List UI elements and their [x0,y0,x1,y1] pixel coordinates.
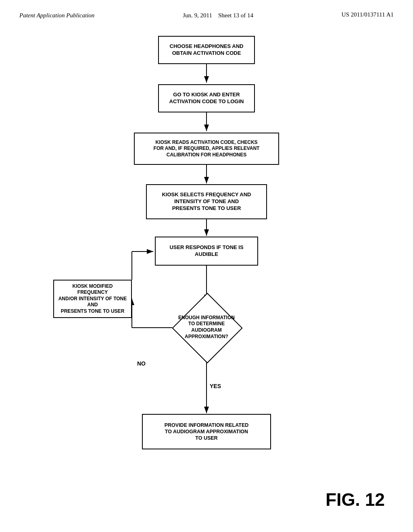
diamond-enough-info: ENOUGH INFORMATIONTO DETERMINE AUDIOGRAM… [172,301,241,354]
yes-label: YES [210,383,221,389]
flowchart-diagram: YES NO CHOOSE HEADPHONES AND OBTAIN ACTI… [49,36,364,467]
box3-text: KIOSK READS ACTIVATION CODE, CHECKS FOR … [154,139,260,158]
box-kiosk-reads: KIOSK READS ACTIVATION CODE, CHECKS FOR … [134,133,279,165]
box-choose-headphones: CHOOSE HEADPHONES AND OBTAIN ACTIVATION … [158,36,255,64]
box-go-to-kiosk: GO TO KIOSK AND ENTER ACTIVATION CODE TO… [158,84,255,112]
publication-label: Patent Application Publication [19,11,94,20]
box-final-text: PROVIDE INFORMATION RELATED TO AUDIOGRAM… [165,422,249,442]
box-user-responds: USER RESPONDS IF TONE IS AUDIBLE [155,237,258,266]
box-left-text: KIOSK MODIFIED FREQUENCY AND/OR INTENSIT… [58,283,127,315]
box5-text: USER RESPONDS IF TONE IS AUDIBLE [169,244,243,258]
sheet-label: Sheet 13 of 14 [218,12,253,19]
box-provide-info: PROVIDE INFORMATION RELATED TO AUDIOGRAM… [142,414,271,449]
no-label: NO [137,360,146,367]
box1-text: CHOOSE HEADPHONES AND OBTAIN ACTIVATION … [170,43,244,57]
box4-text: KIOSK SELECTS FREQUENCY AND INTENSITY OF… [162,191,251,212]
box-kiosk-selects: KIOSK SELECTS FREQUENCY AND INTENSITY OF… [146,184,267,219]
page-header: Patent Application Publication Jun. 9, 2… [0,0,413,20]
date-label: Jun. 9, 2011 [183,12,212,19]
box-kiosk-modified: KIOSK MODIFIED FREQUENCY AND/OR INTENSIT… [53,280,132,318]
date-sheet-label: Jun. 9, 2011 Sheet 13 of 14 [183,11,253,20]
diamond-text: ENOUGH INFORMATIONTO DETERMINE AUDIOGRAM… [172,313,241,342]
box2-text: GO TO KIOSK AND ENTER ACTIVATION CODE TO… [169,91,244,105]
figure-label: FIG. 12 [325,490,385,510]
patent-number-label: US 2011/0137111 A1 [342,11,394,18]
